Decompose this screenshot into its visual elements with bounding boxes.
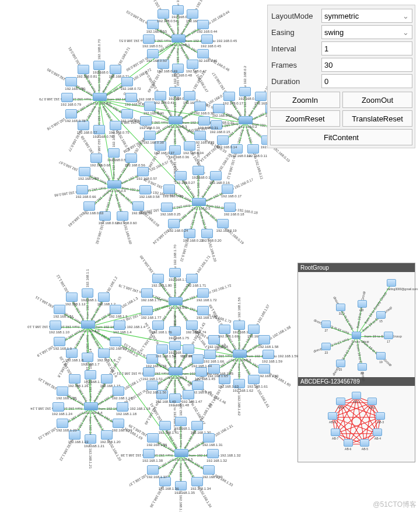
network-host-node[interactable]: AB-4 [373, 429, 382, 438]
network-host-node[interactable]: 192.168.1.66 [204, 350, 216, 363]
network-host-node[interactable]: 192.168.0.68 [90, 154, 103, 166]
network-host-node[interactable]: 192.168.1.47 [182, 390, 195, 403]
network-host-node[interactable]: 192.168.0.15 [192, 166, 205, 179]
network-hub-node[interactable]: 192.168.0.0 [93, 93, 106, 106]
network-host-node[interactable]: 192.168.1.58 [258, 335, 271, 348]
network-hub-node[interactable]: 192.168.1.2 [233, 350, 246, 363]
network-host-node[interactable]: 192.168.1.32 [206, 449, 219, 462]
network-host-node[interactable]: 192.168.0.51 [142, 34, 155, 47]
network-host-node[interactable]: 192.168.1.31 [202, 433, 215, 446]
network-host-node[interactable]: 31 [336, 304, 345, 313]
network-host-node[interactable]: 192.168.0.81 [77, 65, 90, 78]
network-host-node[interactable]: 192.168.1.69 [218, 325, 231, 337]
network-host-node[interactable]: 192.168.1.19 [112, 419, 125, 431]
network-host-node[interactable]: 192.168.1.36 [159, 477, 172, 490]
network-host-node[interactable]: 192.168.1.54 [156, 344, 169, 357]
network-host-node[interactable]: 192.168.0.34 [183, 141, 196, 154]
network-host-node[interactable]: 192.168.0.73 [125, 93, 138, 106]
network-hub-node[interactable]: 192.168.0.4 [107, 180, 120, 193]
network-host-node[interactable]: 192.168.0.56 [125, 154, 138, 166]
network-host-node[interactable]: 192.168.0.17 [223, 92, 236, 105]
network-host-node[interactable]: 192.168.1.17 [112, 386, 125, 399]
network-hub-node[interactable]: 192.168.1.3 [169, 367, 181, 380]
layoutmode-select[interactable] [321, 9, 412, 23]
network-canvas-top[interactable]: from 192.168.0.0 to 192.168.0.70192.168.… [0, 0, 268, 251]
network-host-node[interactable]: 192.168.1.18 [116, 402, 129, 415]
network-host-node[interactable]: 192.168.1.56 [233, 321, 246, 333]
network-host-node[interactable]: 192.168.0.17 [221, 184, 234, 197]
network-host-node[interactable]: AB-8 [328, 412, 337, 422]
zoomin-button[interactable]: ZoomIn [270, 92, 340, 108]
network-host-node[interactable]: 192.168.1.39 [146, 433, 159, 446]
network-host-node[interactable]: 192.168.1.5 [109, 337, 122, 350]
network-host-node[interactable]: 23 [321, 343, 331, 352]
network-host-node[interactable]: 192.168.0.42 [172, 5, 184, 18]
network-host-node[interactable]: 192.168.1.14 [84, 370, 97, 383]
interval-input[interactable] [321, 41, 412, 55]
network-host-node[interactable]: 192.168.0.24 [167, 219, 180, 232]
network-host-node[interactable]: AB-3 [376, 412, 385, 422]
network-host-node[interactable]: 192.168.1.80 [152, 274, 164, 287]
network-host-node[interactable]: 192.168.0.39 [139, 116, 152, 129]
network-host-node[interactable]: 19 [376, 352, 386, 361]
network-host-node[interactable]: 192.168.0.16 [209, 171, 222, 184]
network-host-node[interactable]: 192.168.1.41 [159, 421, 172, 434]
network-host-node[interactable]: 192.168.1.74 [186, 321, 198, 333]
network-host-node[interactable]: 192.168.1.11 [53, 305, 66, 318]
network-host-node[interactable]: 192.168.0.63 [83, 201, 96, 214]
inset-root-body[interactable]: from 19 to Empty Groupsailing3000@gmail.… [298, 272, 415, 377]
network-host-node[interactable]: 192.168.0.58 [139, 185, 152, 198]
network-host-node[interactable]: 192.168.0.71 [109, 65, 122, 78]
frames-input[interactable] [321, 58, 412, 72]
network-host-node[interactable]: 192.168.0.47 [186, 60, 199, 72]
network-host-node[interactable]: 192.168.0.77 [77, 121, 90, 134]
network-hub-node[interactable]: 192.168.0.2 [239, 116, 251, 129]
network-host-node[interactable]: 192.168.0.18 [223, 203, 236, 215]
network-host-node[interactable]: AB-9 [336, 398, 345, 407]
network-host-node[interactable]: 192.168.0.26 [163, 184, 176, 197]
inset-sub-body[interactable]: AB-1AB-2AB-3AB-4AB-5AB-6AB-7AB-8AB-9 [298, 386, 415, 462]
network-host-node[interactable]: 192.168.1.8 [65, 349, 78, 361]
network-host-node[interactable]: 192.168.1.44 [191, 354, 204, 367]
network-host-node[interactable]: 192.168.0.30 [194, 102, 206, 114]
network-host-node[interactable]: 192.168.0.31 [198, 116, 211, 129]
network-host-node[interactable]: 192.168.1.61 [247, 375, 260, 388]
network-host-node[interactable]: 192.168.1.59 [262, 350, 275, 363]
network-host-node[interactable]: 192.168.1.4 [113, 321, 126, 333]
duration-input[interactable] [321, 74, 412, 88]
network-host-node[interactable]: 192.168.0.55 [107, 148, 120, 161]
network-hub-node[interactable]: 192.168.1.4 [84, 402, 97, 415]
network-host-node[interactable]: 192.168.0.41 [154, 91, 167, 104]
network-hub-node[interactable]: Empty Group [352, 332, 361, 341]
zoomout-button[interactable]: ZoomOut [342, 92, 412, 108]
network-host-node[interactable]: 192.168.1.3 [109, 305, 122, 318]
network-hub-node[interactable]: 192.168.0.5 [192, 198, 205, 211]
network-host-node[interactable]: 13 [358, 300, 367, 309]
network-host-node[interactable]: 192.168.1.12 [65, 292, 78, 305]
network-host-node[interactable]: 192.168.1.30 [191, 421, 204, 434]
network-host-node[interactable]: 192.168.1.72 [197, 288, 209, 301]
network-hub-node[interactable]: 192.168.0.1 [172, 34, 184, 47]
network-host-node[interactable]: 192.168.1.2 [97, 292, 110, 305]
network-host-node[interactable]: 192.168.0.27 [174, 171, 187, 184]
network-host-node[interactable]: 192.168.1.20 [100, 430, 113, 443]
network-host-node[interactable]: AB-1 [352, 392, 361, 401]
network-host-node[interactable]: 192.168.1.1 [81, 288, 94, 301]
network-host-node[interactable]: 192.168.1.24 [52, 402, 65, 415]
translatereset-button[interactable]: TranslateReset [342, 110, 412, 127]
network-host-node[interactable]: 192.168.1.71 [186, 274, 198, 287]
network-host-node[interactable]: 192.168.0.66 [76, 185, 89, 198]
network-host-node[interactable]: 29 [358, 363, 367, 372]
network-host-node[interactable]: 192.168.1.38 [142, 449, 155, 462]
network-host-node[interactable]: 192.168.1.70 [169, 268, 181, 281]
network-canvas-bottom[interactable]: from 192.168.1.0 to 192.168.1.1192.168.1… [0, 263, 292, 508]
network-host-node[interactable]: 192.168.0.59 [132, 201, 145, 214]
network-host-node[interactable]: 192.168.0.2 [239, 87, 251, 100]
fitcontent-button[interactable]: FitContent [270, 129, 412, 145]
network-host-node[interactable]: 27 [321, 321, 331, 330]
network-host-node[interactable]: 192.168.0.38 [144, 131, 156, 144]
network-host-node[interactable]: 192.168.0.50 [146, 49, 159, 62]
network-host-node[interactable]: 192.168.0.75 [109, 121, 122, 134]
network-host-node[interactable]: 192.168.0.57 [136, 167, 149, 180]
network-host-node[interactable]: 192.168.1.26 [68, 374, 81, 387]
